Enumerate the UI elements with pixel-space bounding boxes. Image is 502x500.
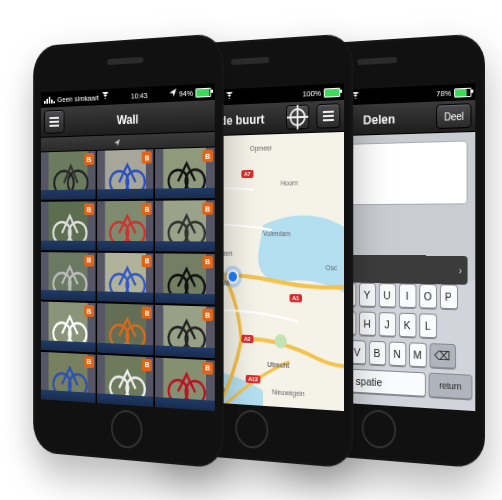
battery-label: 100% <box>303 88 322 98</box>
gallery-tile[interactable]: B <box>97 303 154 355</box>
road-badge: A12 <box>246 375 261 384</box>
key[interactable]: B <box>368 341 385 367</box>
key[interactable]: H <box>359 311 376 337</box>
key[interactable]: M <box>409 342 427 368</box>
tile-badge-icon: B <box>84 254 94 266</box>
road-badge: A2 <box>241 335 253 343</box>
gallery-tile[interactable]: B <box>97 201 154 251</box>
signal-icon <box>44 96 55 103</box>
road-badge: A7 <box>241 170 253 178</box>
key[interactable]: L <box>419 313 437 339</box>
key-backspace[interactable]: ⌫ <box>429 343 456 370</box>
tile-badge-icon: B <box>142 307 152 319</box>
gallery-tile[interactable]: B <box>41 302 95 352</box>
photo-grid[interactable]: B B B B B B B B B B B B B B B <box>41 147 215 411</box>
gallery-tile[interactable]: B <box>41 151 95 200</box>
gallery-tile[interactable]: B <box>155 201 214 252</box>
tile-badge-icon: B <box>84 204 94 216</box>
key[interactable]: J <box>378 312 395 338</box>
battery-label: 78% <box>436 88 451 98</box>
gallery-tile[interactable]: B <box>97 149 154 199</box>
screen-wall: Geen simkaart 10:43 94% Wall <box>41 83 215 411</box>
tile-badge-icon: B <box>142 358 152 371</box>
tile-badge-icon: B <box>202 361 213 374</box>
battery-icon <box>324 87 341 97</box>
battery-icon <box>454 87 471 97</box>
key[interactable]: U <box>378 283 395 309</box>
gallery-tile[interactable]: B <box>155 305 214 358</box>
gallery-tile[interactable]: B <box>155 357 214 411</box>
key[interactable]: O <box>419 284 437 310</box>
gallery-tile[interactable]: B <box>41 252 95 301</box>
gallery-tile[interactable]: B <box>155 147 214 199</box>
location-arrow-icon <box>170 88 177 99</box>
battery-label: 94% <box>179 88 193 98</box>
tile-badge-icon: B <box>202 150 213 163</box>
tile-badge-icon: B <box>202 256 213 269</box>
menu-button[interactable] <box>44 110 64 134</box>
wifi-icon <box>225 92 234 102</box>
phone-wall: Geen simkaart 10:43 94% Wall <box>33 33 223 469</box>
key[interactable]: Y <box>359 283 376 308</box>
chevron-right-icon: › <box>459 265 462 276</box>
tile-badge-icon: B <box>84 153 94 165</box>
tile-badge-icon: B <box>202 203 213 215</box>
gallery-tile[interactable]: B <box>97 354 154 407</box>
tile-badge-icon: B <box>84 356 94 368</box>
key-return[interactable]: return <box>429 373 473 401</box>
gallery-tile[interactable]: B <box>155 253 214 305</box>
page-title: Wall <box>68 109 191 129</box>
carrier-label: Geen simkaart <box>57 93 98 104</box>
key[interactable]: P <box>439 284 457 310</box>
tile-badge-icon: B <box>202 309 213 322</box>
share-button[interactable]: Deel <box>437 103 472 129</box>
key[interactable]: K <box>398 313 416 339</box>
battery-icon <box>195 87 211 97</box>
locate-button[interactable] <box>286 104 309 129</box>
tile-badge-icon: B <box>142 255 152 267</box>
key[interactable]: I <box>398 283 416 309</box>
current-location-dot <box>227 270 239 284</box>
key[interactable]: N <box>388 341 405 367</box>
time-label: 10:43 <box>131 90 148 100</box>
gallery-tile[interactable]: B <box>41 351 95 403</box>
tile-badge-icon: B <box>142 151 152 163</box>
settings-button[interactable] <box>316 103 340 129</box>
road-badge: A1 <box>290 294 302 302</box>
tile-badge-icon: B <box>84 305 94 317</box>
wifi-icon <box>101 92 109 102</box>
tile-badge-icon: B <box>142 203 152 215</box>
gallery-tile[interactable]: B <box>41 202 95 251</box>
gallery-tile[interactable]: B <box>97 252 154 303</box>
